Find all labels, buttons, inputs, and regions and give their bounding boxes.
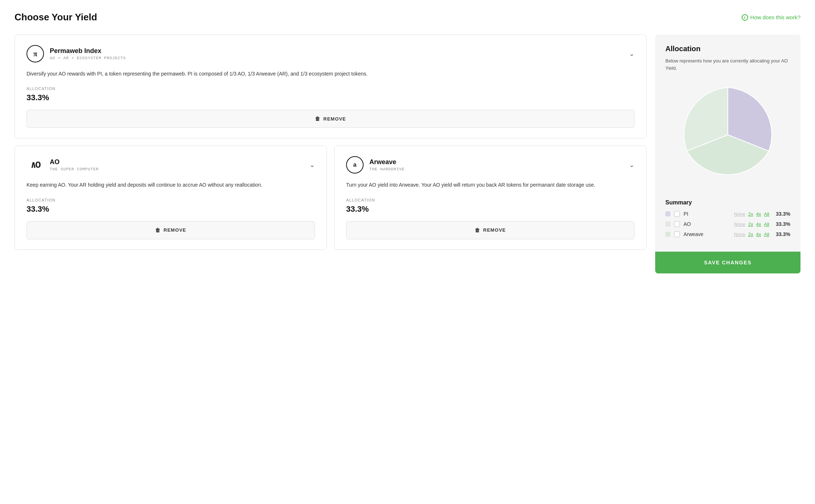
permaweb-title: Permaweb Index: [50, 47, 126, 55]
arweave-card: a Arweave THE HARDDRIVE ⌄ Turn your AO y…: [334, 146, 646, 249]
summary-row-arweave: Arweave None 2x 4x All 33.3%: [665, 231, 790, 237]
arweave-2x-link[interactable]: 2x: [748, 232, 753, 237]
trash-icon-arweave: 🗑: [475, 227, 480, 233]
ao-remove-button[interactable]: 🗑 REMOVE: [27, 221, 315, 239]
left-panel: π Permaweb Index AO + AR + ECOSYSTEM PRO…: [15, 34, 646, 250]
summary-row-pi: PI None 2x 4x All 33.3%: [665, 211, 790, 217]
ao-percent: 33.3%: [773, 221, 790, 227]
pie-chart-container: [665, 80, 790, 189]
ao-allocation-value: 33.3%: [27, 204, 315, 214]
arweave-allocation-label: ALLOCATION: [346, 198, 634, 202]
save-changes-button[interactable]: SAVE CHANGES: [655, 252, 800, 273]
pi-swatch: [665, 211, 670, 216]
ao-summary-label: AO: [684, 221, 730, 227]
permaweb-chevron[interactable]: ⌄: [629, 50, 634, 58]
pi-checkbox[interactable]: [674, 211, 680, 217]
permaweb-description: Diversify your AO rewards with PI, a tok…: [27, 70, 634, 78]
arweave-subtitle: THE HARDDRIVE: [369, 167, 405, 171]
pi-label: PI: [684, 211, 730, 217]
arweave-chevron[interactable]: ⌄: [629, 161, 634, 169]
permaweb-allocation-value: 33.3%: [27, 93, 634, 102]
arweave-remove-button[interactable]: 🗑 REMOVE: [346, 221, 634, 239]
permaweb-allocation-label: ALLOCATION: [27, 86, 634, 91]
pi-4x-link[interactable]: 4x: [756, 211, 761, 217]
pi-icon: π: [27, 45, 44, 62]
ao-icon: ∧O: [27, 156, 44, 174]
ao-card: ∧O AO THE SUPER COMPUTER ⌄ Keep earning …: [15, 146, 327, 249]
arweave-summary-label: Arweave: [684, 231, 730, 237]
ao-subtitle: THE SUPER COMPUTER: [50, 167, 99, 171]
help-link[interactable]: i How does this work?: [742, 14, 800, 21]
ao-none-link[interactable]: None: [734, 221, 745, 227]
pi-all-link[interactable]: All: [764, 211, 769, 217]
allocation-panel-title: Allocation: [665, 45, 790, 53]
arweave-percent: 33.3%: [773, 231, 790, 237]
arweave-checkbox[interactable]: [674, 231, 680, 237]
two-col-grid: ∧O AO THE SUPER COMPUTER ⌄ Keep earning …: [15, 146, 646, 249]
permaweb-subtitle: AO + AR + ECOSYSTEM PROJECTS: [50, 56, 126, 60]
pi-percent: 33.3%: [773, 211, 790, 217]
arweave-none-link[interactable]: None: [734, 232, 745, 237]
ar-icon: a: [346, 156, 364, 174]
info-icon: i: [742, 14, 748, 21]
ao-swatch: [665, 221, 670, 227]
summary-section: Summary PI None 2x 4x All 33.3% AO: [665, 199, 790, 241]
pi-none-link[interactable]: None: [734, 211, 745, 217]
trash-icon-permaweb: 🗑: [315, 116, 320, 122]
arweave-multiplier-links: None 2x 4x All: [734, 232, 769, 237]
summary-row-ao: AO None 2x 4x All 33.3%: [665, 221, 790, 227]
arweave-4x-link[interactable]: 4x: [756, 232, 761, 237]
ao-all-link[interactable]: All: [764, 221, 769, 227]
pi-multiplier-links: None 2x 4x All: [734, 211, 769, 217]
ar-swatch: [665, 232, 670, 237]
ao-2x-link[interactable]: 2x: [748, 221, 753, 227]
arweave-allocation-value: 33.3%: [346, 204, 634, 214]
ao-chevron[interactable]: ⌄: [309, 161, 315, 169]
right-panel: Allocation Below represents how you are …: [655, 34, 800, 273]
pi-2x-link[interactable]: 2x: [748, 211, 753, 217]
summary-title: Summary: [665, 199, 790, 206]
arweave-all-link[interactable]: All: [764, 232, 769, 237]
arweave-title: Arweave: [369, 158, 405, 166]
ao-description: Keep earning AO. Your AR holding yield a…: [27, 181, 315, 189]
ao-4x-link[interactable]: 4x: [756, 221, 761, 227]
permaweb-remove-button[interactable]: 🗑 REMOVE: [27, 110, 634, 128]
permaweb-card: π Permaweb Index AO + AR + ECOSYSTEM PRO…: [15, 34, 646, 138]
allocation-panel-desc: Below represents how you are currently a…: [665, 57, 790, 72]
trash-icon-ao: 🗑: [155, 227, 161, 233]
ao-multiplier-links: None 2x 4x All: [734, 221, 769, 227]
arweave-description: Turn your AO yield into Arweave. Your AO…: [346, 181, 634, 189]
ao-allocation-label: ALLOCATION: [27, 198, 315, 202]
pie-chart: [673, 80, 782, 189]
page-title: Choose Your Yield: [15, 12, 97, 23]
ao-checkbox[interactable]: [674, 221, 680, 227]
ao-title: AO: [50, 158, 99, 166]
